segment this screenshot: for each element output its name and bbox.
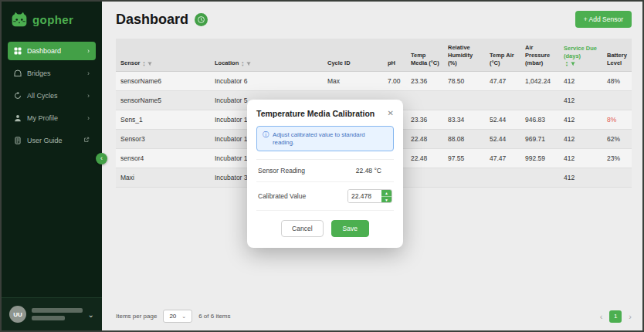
sidebar-item-dashboard[interactable]: Dashboard › [8, 42, 96, 60]
chevron-right-icon: › [87, 69, 90, 77]
prev-page-button[interactable]: ‹ [600, 312, 603, 321]
app-logo-text: gopher [32, 13, 73, 26]
sidebar-item-label: Dashboard [27, 47, 61, 55]
user-name-redacted [32, 308, 83, 320]
current-page-button[interactable]: 1 [609, 310, 622, 323]
sidebar-item-label: My Profile [27, 114, 58, 122]
cell-service: 412 [559, 149, 602, 168]
column-header-label: Temp Media (°C) [411, 52, 440, 67]
cell-sensor: sensorName6 [116, 72, 210, 90]
pagination: ‹ 1 › [600, 310, 632, 323]
cell-temp-media: 22.48 [406, 149, 443, 168]
column-header[interactable]: Sensor▲▼ [116, 39, 210, 71]
sort-icon[interactable]: ▲▼ [565, 61, 568, 66]
calibrated-value-row: Calibrated Value ▲ ▼ [256, 182, 394, 211]
cell-temp-air: 47.47 [485, 149, 520, 168]
column-header[interactable]: Location▲▼ [210, 39, 323, 71]
modal-header: Temperature Media Calibration ✕ [256, 109, 394, 118]
cell-sensor: sensorName5 [116, 91, 210, 110]
cell-service: 412 [559, 72, 602, 90]
cell-temp-air [485, 91, 520, 110]
column-header: Cycle ID [323, 39, 383, 71]
cell-humidity: 88.08 [443, 130, 485, 148]
stepper-down-button[interactable]: ▼ [381, 197, 391, 203]
cell-temp-media: 23.36 [406, 110, 443, 129]
user-avatar: UU [9, 306, 26, 323]
cell-battery: 48% [602, 72, 641, 90]
cell-service: 412 [559, 130, 602, 148]
sidebar-item-label: Bridges [27, 69, 51, 77]
modal-fields: Sensor Reading 22.48 °C Calibrated Value… [256, 159, 394, 211]
column-header-label: Relative Humidity (%) [448, 44, 482, 66]
sort-icon[interactable]: ▲▼ [241, 61, 244, 66]
cell-temp-media: 23.36 [406, 72, 443, 90]
sidebar-item-bridges[interactable]: Bridges › [8, 64, 96, 83]
cell-service: 412 [559, 91, 602, 110]
cell-temp-air: 47.47 [485, 72, 520, 90]
cell-battery: 8% [602, 110, 641, 129]
sidebar-nav: Dashboard › Bridges › All Cycles › [2, 40, 102, 151]
table-footer: Items per page 20 ⌄ 6 of 6 items ‹ 1 › [116, 310, 632, 323]
stepper-up-button[interactable]: ▲ [381, 190, 391, 197]
column-header: Battery Level [602, 39, 641, 71]
cell-humidity [443, 168, 485, 187]
sidebar: gopher Dashboard › Bridges › [2, 2, 102, 330]
chevron-right-icon: › [87, 114, 90, 122]
cell-humidity: 78.50 [443, 72, 485, 90]
cell-battery: 23% [602, 149, 641, 168]
refresh-clock-icon[interactable] [195, 13, 208, 26]
cell-battery: 62% [602, 130, 641, 148]
table-row[interactable]: sensorName6Incubator 6Max7.0023.3678.504… [116, 72, 632, 91]
column-header: Relative Humidity (%) [443, 39, 485, 71]
add-sensor-button[interactable]: + Add Sensor [575, 11, 632, 28]
info-alert-text: Adjust calibrated value to standard read… [273, 131, 388, 146]
cell-sensor: sensor4 [116, 149, 210, 168]
page-size-value: 20 [169, 313, 176, 320]
cell-sensor: Sens_1 [116, 110, 210, 129]
close-icon[interactable]: ✕ [388, 110, 394, 117]
chevron-right-icon: › [87, 92, 90, 100]
cell-pressure: 969.71 [520, 130, 559, 148]
column-header-label: Air Pressure (mbar) [525, 44, 556, 66]
filter-icon[interactable] [571, 62, 575, 66]
app-logo[interactable]: gopher [2, 2, 102, 40]
sensor-reading-row: Sensor Reading 22.48 °C [256, 160, 394, 182]
cell-battery [602, 91, 641, 110]
column-header-label: pH [388, 59, 395, 67]
cell-service: 412 [559, 110, 602, 129]
cancel-button[interactable]: Cancel [281, 220, 323, 237]
items-per-page-select[interactable]: 20 ⌄ [163, 310, 192, 323]
calibrated-value-label: Calibrated Value [258, 192, 306, 200]
main-header: Dashboard + Add Sensor [116, 11, 632, 28]
sidebar-item-user-guide[interactable]: User Guide [8, 131, 96, 150]
info-alert: ⓘ Adjust calibrated value to standard re… [256, 126, 394, 151]
sidebar-item-all-cycles[interactable]: All Cycles › [8, 86, 96, 105]
sidebar-item-label: All Cycles [27, 92, 58, 100]
chevron-right-icon: › [87, 47, 90, 55]
sidebar-item-my-profile[interactable]: My Profile › [8, 109, 96, 127]
guide-document-icon [14, 137, 22, 144]
column-header-label: Cycle ID [327, 59, 351, 67]
next-page-button[interactable]: › [629, 312, 632, 321]
dashboard-grid-icon [14, 47, 22, 55]
column-header-label: Sensor [120, 59, 140, 67]
cell-sensor: Maxi [116, 168, 210, 187]
sidebar-collapse-button[interactable]: ‹ [96, 153, 107, 164]
filter-icon[interactable] [246, 62, 251, 66]
sort-icon[interactable]: ▲▼ [142, 61, 145, 66]
items-range-text: 6 of 6 items [198, 313, 230, 320]
user-menu[interactable]: UU ⌄ [2, 297, 102, 330]
cell-sensor: Sensor3 [116, 130, 210, 148]
calibrated-value-input[interactable] [348, 190, 381, 202]
profile-person-icon [14, 114, 22, 122]
cell-temp-media [406, 168, 443, 187]
column-header[interactable]: Service Due (days)▲▼ [559, 39, 602, 71]
chevron-down-icon: ⌄ [181, 313, 186, 320]
column-header-label: Temp Air (°C) [490, 52, 517, 67]
calibrated-value-field: ▲ ▼ [347, 189, 392, 203]
redacted-text-line [32, 316, 65, 320]
filter-icon[interactable] [147, 62, 152, 66]
save-button[interactable]: Save [331, 220, 369, 237]
gopher-logo-icon [11, 11, 28, 28]
cell-service: 412 [559, 168, 602, 187]
